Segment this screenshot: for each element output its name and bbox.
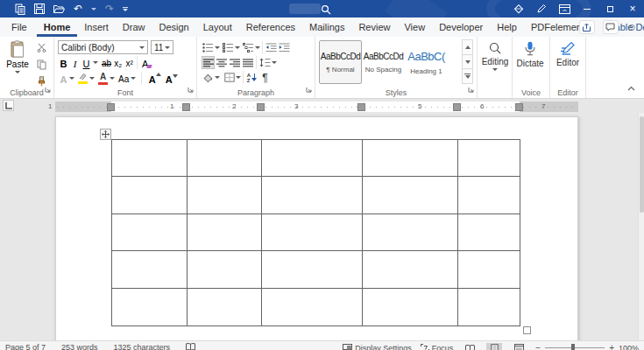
bullets-button[interactable] (202, 41, 215, 54)
search-box[interactable] (289, 4, 321, 14)
tab-draw[interactable]: Draw (116, 18, 152, 37)
read-mode-view-button[interactable] (462, 343, 478, 350)
ruler-column-marker[interactable] (107, 103, 115, 111)
table-cell[interactable] (112, 214, 188, 251)
focus-mode-button[interactable]: Focus (421, 344, 454, 350)
increase-indent-button[interactable] (278, 41, 291, 54)
customize-qat-chevron[interactable] (123, 7, 128, 11)
borders-button[interactable] (223, 71, 236, 84)
superscript-button[interactable]: x² (124, 56, 135, 69)
table-cell[interactable] (112, 251, 188, 288)
shrink-font-button[interactable]: A (163, 72, 174, 85)
text-effects-button[interactable]: A (58, 72, 69, 85)
tab-design[interactable]: Design (152, 18, 195, 37)
pen-mode-icon[interactable] (530, 0, 553, 18)
web-layout-view-button[interactable] (511, 343, 527, 350)
borders-chevron[interactable] (236, 76, 241, 79)
document-page[interactable] (55, 116, 578, 340)
comments-button[interactable] (603, 20, 619, 34)
grow-font-button[interactable]: A (146, 72, 158, 85)
cut-icon[interactable] (35, 42, 47, 53)
italic-button[interactable]: I (69, 56, 81, 69)
maximize-button[interactable] (598, 0, 621, 18)
strikethrough-button[interactable]: ab (101, 56, 112, 69)
collapse-ribbon-chevron[interactable] (627, 79, 635, 94)
table-cell[interactable] (458, 214, 520, 251)
horizontal-ruler[interactable]: 11234567 (55, 102, 578, 112)
table-cell[interactable] (188, 214, 262, 251)
align-right-button[interactable] (228, 56, 241, 69)
table-cell[interactable] (262, 251, 363, 288)
line-spacing-button[interactable] (258, 56, 272, 69)
table-cell[interactable] (188, 251, 262, 288)
ruler-column-marker[interactable] (357, 103, 365, 111)
word-count[interactable]: 253 words (61, 343, 98, 350)
zoom-in-button[interactable]: + (609, 345, 614, 350)
decrease-indent-button[interactable] (265, 41, 278, 54)
ruler-column-marker[interactable] (515, 103, 523, 111)
subscript-button[interactable]: x₂ (112, 56, 124, 69)
page-indicator[interactable]: Page 5 of 7 (5, 343, 46, 350)
table-cell[interactable] (262, 140, 363, 177)
tab-help[interactable]: Help (490, 18, 524, 37)
table-cell[interactable] (363, 289, 458, 326)
redo-icon[interactable]: ↷ (103, 3, 116, 15)
search-icon[interactable] (321, 3, 331, 18)
table-cell[interactable] (188, 140, 262, 177)
tab-view[interactable]: View (397, 18, 432, 37)
numbering-chevron[interactable] (235, 46, 240, 49)
share-button[interactable] (579, 20, 595, 34)
table-cell[interactable] (112, 289, 188, 326)
zoom-level[interactable]: 100% (619, 344, 639, 350)
bold-button[interactable]: B (58, 56, 69, 69)
font-name-select[interactable]: Calibri (Body) (58, 40, 148, 54)
tab-developer[interactable]: Developer (432, 18, 490, 37)
shading-chevron[interactable] (215, 76, 220, 79)
text-effects-chevron[interactable] (69, 77, 74, 80)
tab-home[interactable]: Home (37, 18, 78, 37)
underline-button[interactable]: U (81, 56, 92, 69)
tab-mailings[interactable]: Mailings (302, 18, 351, 37)
table-cell[interactable] (458, 177, 520, 214)
copy-document-icon[interactable] (14, 3, 26, 15)
numbering-button[interactable] (222, 41, 235, 54)
multilevel-chevron[interactable] (255, 46, 260, 49)
font-color-chevron[interactable] (110, 77, 115, 80)
table-cell[interactable] (363, 177, 458, 214)
print-layout-view-button[interactable] (486, 343, 502, 350)
table-cell[interactable] (458, 140, 520, 177)
multilevel-list-button[interactable] (242, 41, 255, 54)
ribbon-display-options-icon[interactable] (553, 0, 576, 18)
clear-formatting-button[interactable]: A (139, 56, 151, 69)
justify-button[interactable] (241, 56, 254, 69)
table-cell[interactable] (112, 177, 188, 214)
zoom-slider-thumb[interactable] (571, 344, 575, 350)
table-cell[interactable] (262, 177, 363, 214)
font-dialog-launcher[interactable] (188, 80, 194, 96)
paragraph-dialog-launcher[interactable] (306, 80, 312, 96)
zoom-slider[interactable] (545, 347, 605, 348)
table-cell[interactable] (188, 177, 262, 214)
style-card-no-spacing[interactable]: AaBbCcDdNo Spacing (362, 40, 405, 84)
feedback-smiley-icon[interactable]: ☺ (626, 22, 637, 32)
table-move-handle[interactable] (100, 129, 111, 140)
table-cell[interactable] (363, 251, 458, 288)
line-spacing-chevron[interactable] (272, 61, 277, 64)
style-card-heading-1[interactable]: AaBbC(Heading 1 (405, 40, 448, 84)
tab-file[interactable]: File (2, 18, 37, 37)
editor-button[interactable]: Editor (552, 41, 584, 67)
table-cell[interactable] (363, 214, 458, 251)
tab-references[interactable]: References (239, 18, 302, 37)
paste-button[interactable]: Paste (4, 40, 32, 91)
show-formatting-marks-button[interactable]: ¶ (258, 71, 272, 84)
premium-diamond-icon[interactable] (507, 0, 530, 18)
highlight-color-button[interactable] (77, 73, 88, 84)
display-settings-button[interactable]: Display Settings (343, 344, 412, 350)
ruler-column-marker[interactable] (453, 103, 461, 111)
tab-stop-selector[interactable] (3, 100, 14, 111)
tab-insert[interactable]: Insert (77, 18, 116, 37)
change-case-chevron[interactable] (131, 77, 136, 80)
table-cell[interactable] (112, 140, 188, 177)
copy-icon[interactable] (35, 59, 47, 70)
open-folder-icon[interactable] (53, 3, 65, 15)
